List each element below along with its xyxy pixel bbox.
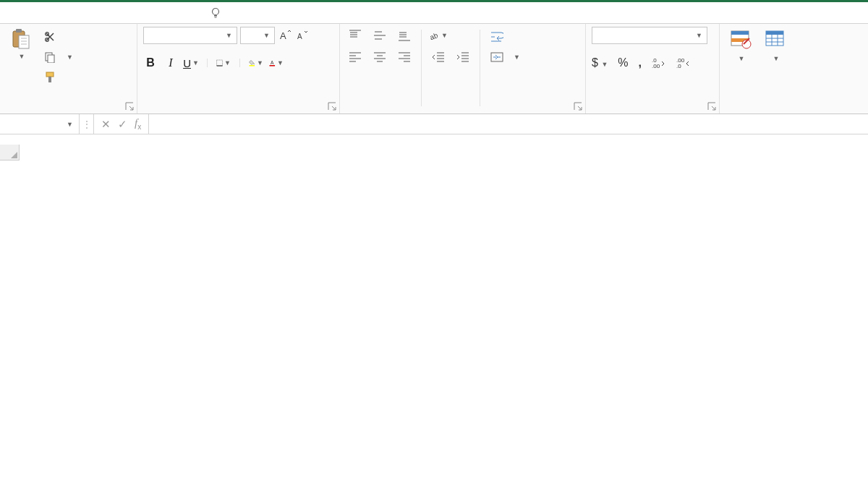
accounting-format-button[interactable]: $ ▼	[592, 56, 608, 69]
ribbon: ▼ ▼	[0, 24, 868, 114]
chevron-down-icon: ▼	[224, 59, 231, 67]
chevron-down-icon: ▼	[277, 59, 284, 67]
group-font: ▼ ▼ A A B I U▼ ▼ ▼ A▼	[137, 24, 340, 114]
increase-indent-button[interactable]	[454, 50, 472, 64]
borders-button[interactable]: ▼	[216, 56, 231, 70]
svg-text:A: A	[271, 60, 274, 65]
chevron-down-icon: ▼	[257, 59, 263, 67]
align-left-button[interactable]	[346, 50, 365, 64]
paste-button[interactable]: ▼	[6, 27, 36, 61]
align-bottom-button[interactable]	[395, 28, 414, 43]
name-box[interactable]: ▼	[0, 114, 80, 134]
svg-rect-27	[766, 31, 783, 35]
format-painter-button[interactable]	[41, 69, 76, 86]
svg-rect-8	[46, 72, 54, 77]
paste-icon	[9, 28, 33, 51]
font-color-button[interactable]: A▼	[269, 56, 284, 70]
group-clipboard: ▼ ▼	[0, 24, 137, 114]
font-dialog-launcher[interactable]	[328, 102, 338, 112]
increase-font-size-button[interactable]: A	[278, 28, 292, 43]
wrap-text-button[interactable]	[488, 28, 523, 46]
decrease-indent-button[interactable]	[429, 50, 448, 64]
comma-format-button[interactable]: ,	[639, 56, 642, 69]
enter-formula-button[interactable]: ✓	[118, 118, 127, 131]
font-size-combobox[interactable]: ▼	[240, 27, 275, 44]
align-right-button[interactable]	[395, 50, 414, 64]
number-dialog-launcher[interactable]	[707, 102, 718, 112]
cut-button[interactable]	[41, 28, 76, 46]
svg-rect-15	[270, 65, 276, 67]
number-format-combobox[interactable]: ▼	[592, 27, 707, 44]
percent-format-button[interactable]: %	[618, 56, 628, 69]
svg-rect-2	[16, 29, 22, 33]
bold-button[interactable]: B	[143, 56, 158, 70]
wrap-text-icon	[490, 30, 503, 43]
tell-me-search[interactable]	[210, 7, 227, 19]
conditional-formatting-icon	[729, 28, 752, 51]
group-alignment: ab▼ ▼	[340, 24, 586, 114]
scissors-icon	[43, 30, 56, 43]
svg-rect-13	[250, 65, 255, 67]
font-name-combobox[interactable]: ▼	[143, 27, 237, 44]
orientation-button[interactable]: ab▼	[429, 28, 448, 43]
formula-editor[interactable]	[149, 114, 868, 134]
conditional-formatting-button[interactable]: ▼	[726, 27, 756, 64]
svg-text:ab: ab	[429, 31, 439, 41]
align-top-button[interactable]	[346, 28, 365, 43]
clipboard-dialog-launcher[interactable]	[125, 102, 135, 112]
chevron-down-icon: ▼	[696, 32, 702, 39]
paintbrush-icon	[43, 71, 56, 84]
group-styles-label	[726, 109, 833, 112]
align-middle-button[interactable]	[370, 28, 389, 43]
select-all-button[interactable]	[0, 145, 20, 160]
merge-cells-icon	[490, 51, 503, 64]
align-center-button[interactable]	[370, 50, 389, 64]
svg-rect-9	[48, 77, 51, 82]
chevron-down-icon: ▼	[739, 55, 745, 62]
chevron-down-icon: ▼	[67, 53, 73, 61]
increase-decimal-button[interactable]: .0.00	[652, 56, 666, 70]
decrease-decimal-button[interactable]: .00.0	[676, 56, 691, 70]
format-as-table-button[interactable]: ▼	[760, 27, 791, 64]
cancel-formula-button[interactable]: ✕	[101, 118, 111, 131]
format-as-table-icon	[764, 28, 787, 51]
svg-rect-12	[217, 60, 223, 66]
chevron-down-icon: ▼	[600, 61, 608, 68]
lightbulb-icon	[210, 7, 221, 19]
svg-rect-17	[491, 53, 503, 61]
group-number-label	[592, 109, 713, 112]
svg-rect-23	[731, 31, 749, 35]
fill-color-button[interactable]: ▼	[249, 56, 263, 70]
copy-icon	[43, 51, 56, 64]
formula-bar: ▼ ⋮ ✕ ✓ fx	[0, 114, 868, 134]
group-number: ▼ $ ▼ % , .0.00 .00.0	[586, 24, 720, 114]
group-clipboard-label	[6, 109, 131, 112]
chevron-down-icon: ▼	[67, 121, 73, 128]
alignment-dialog-launcher[interactable]	[574, 102, 584, 112]
name-box-expand[interactable]: ⋮	[80, 114, 94, 134]
svg-text:A: A	[280, 30, 286, 41]
group-styles: ▼ ▼	[720, 24, 839, 114]
svg-text:A: A	[297, 33, 302, 40]
merge-center-button[interactable]: ▼	[488, 48, 523, 66]
svg-rect-3	[19, 35, 29, 48]
chevron-down-icon: ▼	[514, 53, 520, 61]
chevron-down-icon: ▼	[263, 32, 270, 39]
chevron-down-icon: ▼	[226, 32, 232, 39]
group-font-label	[143, 109, 333, 112]
svg-point-0	[213, 8, 219, 14]
chevron-down-icon: ▼	[192, 59, 199, 67]
italic-button[interactable]: I	[163, 56, 178, 70]
ribbon-tabs	[0, 2, 868, 24]
chevron-down-icon: ▼	[441, 32, 448, 39]
decrease-font-size-button[interactable]: A	[295, 28, 310, 43]
chevron-down-icon: ▼	[19, 53, 25, 60]
group-alignment-label	[346, 109, 579, 112]
underline-button[interactable]: U▼	[184, 56, 198, 70]
chevron-down-icon: ▼	[773, 55, 780, 62]
svg-rect-7	[48, 55, 54, 63]
svg-text:.00: .00	[652, 63, 660, 69]
copy-button[interactable]: ▼	[41, 48, 76, 66]
insert-function-button[interactable]: fx	[135, 117, 141, 131]
svg-text:.0: .0	[676, 63, 681, 69]
